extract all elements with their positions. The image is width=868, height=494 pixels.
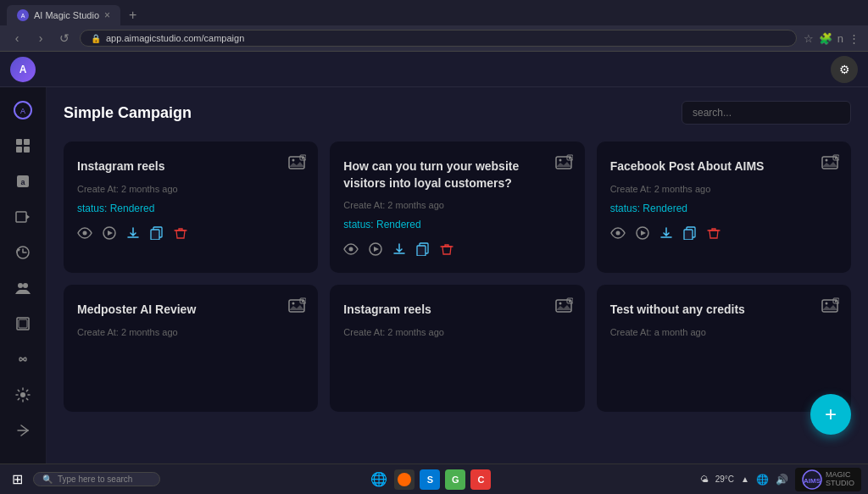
download-icon-1[interactable] [126, 226, 140, 243]
taskbar: ⊞ 🔍 Type here to search 🌐 S G C 🌤 29°C ▲… [0, 463, 868, 494]
copy-icon-3[interactable] [683, 226, 697, 243]
settings-button[interactable]: ⚙ [831, 56, 858, 83]
card-title-3: Facebook Post About AIMS [610, 158, 837, 175]
new-tab-button[interactable]: + [124, 8, 142, 23]
view-icon-2[interactable] [343, 243, 359, 258]
taskbar-left: ⊞ 🔍 Type here to search [7, 469, 160, 489]
grid-icon [15, 138, 31, 153]
svg-point-21 [83, 230, 87, 235]
search-input[interactable] [682, 101, 851, 125]
infinity-icon [15, 352, 31, 367]
amazon-icon: a [15, 174, 31, 189]
campaign-card-1: Instagram reels Create At: 2 months ago … [64, 142, 318, 273]
extensions-icon[interactable]: 🧩 [819, 32, 832, 45]
address-bar: ‹ › ↺ 🔒 app.aimagicstudio.com/campaign ☆… [0, 25, 868, 51]
taskbar-network-icon: 🌐 [756, 474, 769, 486]
browser-chrome: A AI Magic Studio × + ‹ › ↺ 🔒 app.aimagi… [0, 0, 868, 52]
taskbar-app-3[interactable]: G [445, 469, 465, 490]
lock-icon: 🔒 [91, 34, 101, 43]
media-icon-6 [821, 297, 839, 319]
url-bar[interactable]: 🔒 app.aimagicstudio.com/campaign [80, 30, 797, 47]
sidebar-item-history[interactable] [8, 238, 37, 267]
copy-icon-2[interactable] [416, 242, 430, 259]
url-text: app.aimagicstudio.com/campaign [106, 33, 244, 43]
svg-point-45 [292, 303, 295, 305]
reload-button[interactable]: ↺ [56, 31, 73, 45]
taskbar-app-edge[interactable]: 🌐 [369, 469, 389, 490]
media-icon-2 [554, 153, 573, 176]
delete-icon-1[interactable] [174, 226, 187, 243]
top-bar: A ⚙ [0, 52, 868, 87]
taskbar-tray-icon: ▲ [741, 475, 749, 484]
menu-icon[interactable]: ⋮ [849, 32, 860, 45]
sidebar-item-logo[interactable]: A [8, 96, 37, 125]
svg-point-18 [292, 159, 295, 162]
tab-bar: A AI Magic Studio × + [0, 0, 868, 25]
card-date-4: Create At: 2 months ago [77, 327, 304, 337]
taskbar-app-2[interactable]: S [420, 469, 440, 490]
campaign-card-2: How can you turn your website visitors i… [330, 142, 584, 273]
svg-point-49 [559, 303, 561, 305]
back-button[interactable]: ‹ [8, 31, 25, 45]
fab-icon: + [825, 402, 837, 426]
play-icon-1[interactable] [103, 226, 116, 243]
aims-logo[interactable]: AIMS MAGICSTUDIO [795, 468, 861, 491]
create-button[interactable]: + [810, 394, 851, 435]
taskbar-app-4[interactable]: C [470, 469, 491, 490]
start-button[interactable]: ⊞ [7, 469, 28, 489]
svg-point-13 [23, 283, 28, 288]
card-actions-3 [610, 226, 837, 243]
card-date-2: Create At: 2 months ago [343, 200, 570, 210]
view-icon-3[interactable] [610, 227, 626, 242]
logo-text: A [19, 64, 27, 75]
taskbar-search-text: Type here to search [58, 475, 132, 484]
sidebar-item-dashboard[interactable] [8, 131, 37, 160]
page-header: Simple Campaign [64, 101, 851, 125]
download-icon-3[interactable] [659, 226, 673, 243]
taskbar-app-1[interactable] [394, 469, 415, 490]
svg-point-36 [826, 159, 828, 162]
svg-rect-4 [16, 147, 22, 153]
svg-marker-41 [641, 230, 646, 236]
forward-button[interactable]: › [32, 31, 49, 45]
sidebar-item-export[interactable] [8, 416, 37, 445]
cards-grid: Instagram reels Create At: 2 months ago … [64, 142, 851, 412]
view-icon-1[interactable] [77, 227, 92, 242]
tab-favicon: A [17, 9, 29, 21]
bookmark-icon[interactable]: ☆ [804, 32, 814, 45]
card-date-5: Create At: 2 months ago [343, 327, 570, 337]
settings-icon [15, 387, 31, 402]
sidebar-item-users[interactable] [8, 274, 37, 303]
sidebar-item-infinity[interactable] [8, 345, 37, 374]
media-icon-4 [287, 297, 306, 319]
campaign-card-3: Facebook Post About AIMS Create At: 2 mo… [597, 142, 851, 273]
svg-point-53 [826, 303, 828, 305]
sidebar-item-settings[interactable] [8, 380, 37, 409]
app-logo[interactable]: A [10, 57, 36, 82]
logo-icon: A [14, 101, 32, 119]
card-title-1: Instagram reels [77, 158, 304, 175]
delete-icon-2[interactable] [440, 242, 453, 259]
copy-icon-1[interactable] [150, 226, 164, 243]
profile-icon[interactable]: n [837, 32, 843, 45]
svg-point-16 [20, 392, 25, 397]
sidebar-item-video[interactable] [8, 203, 37, 231]
svg-marker-32 [374, 247, 379, 252]
tab-close-button[interactable]: × [104, 9, 110, 21]
download-icon-2[interactable] [392, 242, 406, 259]
card-status-2: status: Rendered [343, 219, 570, 230]
svg-rect-3 [24, 139, 30, 145]
active-tab[interactable]: A AI Magic Studio × [7, 5, 120, 25]
sidebar-item-layers[interactable] [8, 309, 37, 338]
play-icon-3[interactable] [636, 226, 649, 243]
taskbar-search[interactable]: 🔍 Type here to search [33, 472, 160, 486]
card-date-6: Create At: a month ago [610, 327, 837, 337]
taskbar-weather-temp: 29°C [715, 475, 734, 484]
card-actions-2 [343, 242, 570, 259]
play-icon-2[interactable] [369, 242, 382, 259]
delete-icon-3[interactable] [707, 226, 721, 243]
card-date-3: Create At: 2 months ago [610, 184, 837, 194]
card-title-6: Test without any credits [610, 302, 837, 319]
svg-rect-2 [16, 139, 22, 145]
sidebar-item-amazon[interactable]: a [8, 167, 37, 196]
